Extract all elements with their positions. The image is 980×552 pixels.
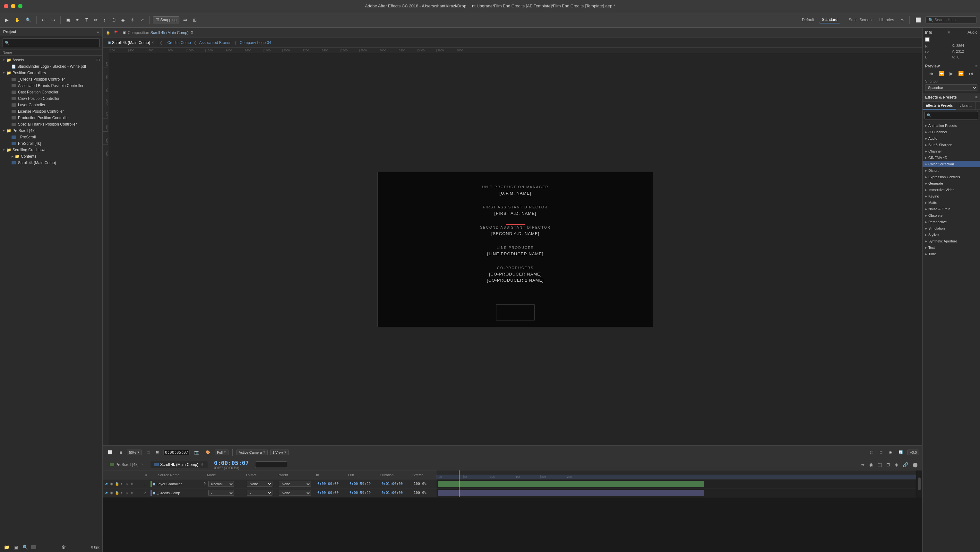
tree-item-cast-pos[interactable]: Cast Position Controller	[0, 89, 102, 96]
layer-2-collapse[interactable]: ▶	[119, 491, 124, 495]
effect-keying[interactable]: ▶ Keying	[923, 193, 980, 199]
tool-puppet[interactable]: ✳	[129, 16, 136, 24]
effect-expression-controls[interactable]: ▶ Expression Controls	[923, 174, 980, 180]
effects-menu-icon[interactable]: ≡	[975, 95, 977, 99]
tree-item-prescroll2[interactable]: PreScroll [4k]	[0, 140, 102, 147]
snap-checkbox[interactable]: ☑	[156, 18, 159, 22]
tree-item-prescroll-folder[interactable]: ▼ 📁 PreScroll [4k]	[0, 128, 102, 134]
effect-matte[interactable]: ▶ Matte	[923, 199, 980, 206]
info-menu-icon[interactable]: ≡	[948, 30, 950, 35]
effect-cinema4d[interactable]: ▶ CINEMA 4D	[923, 155, 980, 161]
effects-libraries-tab[interactable]: Librari...	[956, 102, 976, 110]
timeline-graph[interactable]: 0s 5s 10s 15s 20s 25s	[436, 471, 922, 498]
search-btn[interactable]: 🔍	[21, 544, 29, 550]
delete-btn[interactable]: 🗑	[60, 544, 67, 550]
tool-undo[interactable]: ↩	[40, 16, 48, 24]
effect-blur-sharpen[interactable]: ▶ Blur & Sharpen	[923, 142, 980, 148]
project-menu-icon[interactable]: ≡	[97, 30, 99, 34]
tool-roto[interactable]: ◈	[119, 16, 127, 24]
timeline-search-input[interactable]	[255, 461, 287, 468]
tl-scrollbar-thumb[interactable]	[918, 477, 921, 490]
effect-immersive[interactable]: ▶ Immersive Video	[923, 187, 980, 193]
tl-ctrl-btn6[interactable]: 🔗	[901, 461, 909, 468]
close-button[interactable]	[4, 4, 8, 8]
effect-3d-channel[interactable]: ▶ 3D Channel	[923, 129, 980, 135]
effect-text[interactable]: ▶ Text	[923, 244, 980, 251]
quality-control[interactable]: Full ▼	[215, 450, 229, 455]
tool-text[interactable]: T	[83, 16, 90, 24]
tool-arrow[interactable]: ↗	[138, 16, 146, 24]
tool-redo[interactable]: ↪	[49, 16, 57, 24]
tool-clone[interactable]: ↕	[102, 16, 108, 24]
tool-pen[interactable]: ✒	[74, 16, 81, 24]
layer-2-solo[interactable]: S	[124, 491, 129, 495]
tree-item-assoc-brands[interactable]: Associated Brands Positioin Controller	[0, 83, 102, 89]
viewer-extra-btn[interactable]: ⬜	[106, 449, 114, 456]
comp-flag-icon[interactable]: 🚩	[112, 29, 121, 36]
viewer-extra-2[interactable]: ⊡	[878, 449, 885, 456]
workspace-more[interactable]: »	[899, 16, 905, 24]
tree-item-prescroll1[interactable]: _PreScroll	[0, 134, 102, 140]
layer-1-parent-select[interactable]: None	[279, 481, 311, 487]
time-shift-control[interactable]: +0.0	[907, 450, 919, 455]
canvas-area[interactable]: UNIT PRODUCTION MANAGER [U.P.M. NAME] FI…	[108, 53, 922, 445]
tl-tab-scroll4k-settings[interactable]: ⚙	[201, 463, 204, 466]
effect-perspective[interactable]: ▶ Perspective	[923, 219, 980, 225]
effect-animation-presets[interactable]: ▶ Animation Presets	[923, 122, 980, 129]
layer-1-lock[interactable]: 🔓	[114, 481, 119, 486]
tree-item-assets[interactable]: ▼ 📁 Assets 🎞	[0, 57, 102, 63]
tree-item-special-pos[interactable]: Special Thanks Position Controller	[0, 121, 102, 128]
workspace-smallscreen[interactable]: Small Screen	[846, 17, 874, 23]
layer-2-trkmat-select[interactable]: -	[247, 490, 272, 496]
layer-1-solo[interactable]: S	[124, 482, 129, 486]
workspace-standard[interactable]: Standard	[819, 16, 840, 24]
timeline-timecode[interactable]: 0:00:05:07	[214, 459, 249, 466]
tree-item-credits-pos[interactable]: _Credits Position Controller	[0, 76, 102, 83]
new-folder-btn[interactable]: 📁	[3, 544, 11, 550]
zoom-control[interactable]: 50% ▼	[127, 450, 142, 455]
viewer-grid-icon[interactable]: ⊞	[154, 449, 161, 456]
tree-item-contents[interactable]: ▶ 📁 Contents	[0, 153, 102, 160]
effect-channel[interactable]: ▶ Channel	[923, 148, 980, 155]
preview-next-btn[interactable]: ⏩	[957, 70, 965, 77]
tl-tab-scroll4k[interactable]: Scroll 4k (Main Comp) ⚙	[151, 461, 208, 468]
tl-tab-prescroll[interactable]: PreScroll [4k] ✕	[106, 461, 147, 468]
layer-row-2[interactable]: 👁 ◉ 🔓 ▶ S ≡ 2 ▣ _Credits Comp	[103, 488, 436, 498]
tl-ctrl-btn4[interactable]: ⊡	[885, 461, 891, 468]
comp-grid-icon[interactable]: ▣	[121, 29, 128, 36]
effect-stylize[interactable]: ▶ Stylize	[923, 231, 980, 238]
tree-item-prod-pos[interactable]: Production Position Controller	[0, 115, 102, 121]
workspace-libraries[interactable]: Libraries	[877, 17, 897, 23]
tl-ctrl-btn3[interactable]: ⬚	[877, 461, 883, 468]
tree-item-scroll-main[interactable]: Scroll 4k (Main Comp)	[0, 160, 102, 166]
tree-item-layer-ctrl[interactable]: Layer Controller	[0, 102, 102, 108]
tl-ctrl-btn2[interactable]: ◉	[868, 461, 874, 468]
tab-scroll4k-main[interactable]: ▣ Scroll 4k (Main Comp) ✕	[104, 39, 158, 46]
tool-zoom[interactable]: 🔍	[24, 16, 33, 24]
effect-color-correction[interactable]: ▶ Color Correction	[923, 161, 980, 167]
maximize-button[interactable]	[18, 4, 22, 8]
project-search-input[interactable]	[11, 40, 97, 46]
tree-item-scrolling-credits[interactable]: ▼ 📁 Scrolling Credits 4k	[0, 147, 102, 153]
effect-generate[interactable]: ▶ Generate	[923, 180, 980, 187]
effect-distort[interactable]: ▶ Distort	[923, 167, 980, 174]
effect-audio[interactable]: ▶ Audio	[923, 135, 980, 142]
effects-presets-tab[interactable]: Effects & Presets	[923, 102, 956, 110]
effect-obsolete[interactable]: ▶ Obsolete	[923, 212, 980, 219]
snapping-toggle[interactable]: ☑ Snapping	[153, 16, 180, 24]
layer-1-mode-select[interactable]: Normal	[208, 481, 234, 487]
tool-select[interactable]: ▶	[3, 16, 11, 24]
preview-first-btn[interactable]: ⏮	[928, 70, 935, 77]
layer-1-collapse[interactable]: ▶	[119, 482, 124, 485]
layer-2-visible[interactable]: 👁	[104, 491, 108, 495]
preview-shortcut-select[interactable]: Spacebar	[925, 85, 977, 91]
tl-ctrl-btn1[interactable]: ⇔	[860, 461, 866, 468]
breadcrumb-company-logo[interactable]: Company Logo 04	[239, 40, 272, 45]
layer-2-shy[interactable]: ≡	[130, 491, 134, 495]
tree-item-position-controllers[interactable]: ▼ 📁 Position Controllers	[0, 70, 102, 76]
tool-shape[interactable]: ▣	[64, 16, 72, 24]
effect-synthetic-aperture[interactable]: ▶ Synthetic Aperture	[923, 238, 980, 244]
search-input[interactable]	[934, 18, 974, 22]
tool-eraser[interactable]: ⬡	[110, 16, 118, 24]
audio-tab-label[interactable]: Audio	[967, 30, 977, 35]
